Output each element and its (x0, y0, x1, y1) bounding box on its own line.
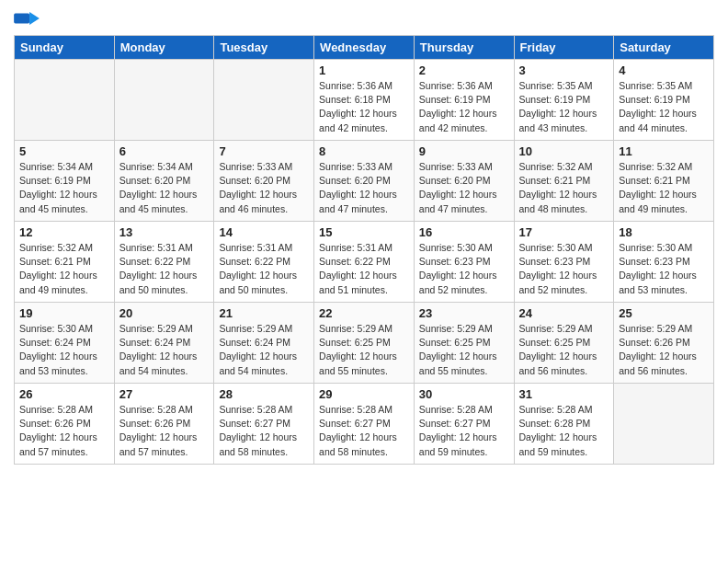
calendar-cell: 23Sunrise: 5:29 AM Sunset: 6:25 PM Dayli… (414, 303, 514, 384)
day-number: 23 (419, 306, 509, 320)
day-info: Sunrise: 5:28 AM Sunset: 6:27 PM Dayligh… (319, 403, 409, 459)
calendar-week-row: 26Sunrise: 5:28 AM Sunset: 6:26 PM Dayli… (15, 384, 714, 465)
day-number: 11 (619, 144, 709, 158)
logo-icon (14, 9, 40, 28)
day-number: 8 (319, 144, 409, 158)
day-info: Sunrise: 5:28 AM Sunset: 6:27 PM Dayligh… (419, 403, 509, 459)
day-number: 9 (419, 144, 509, 158)
calendar-cell: 15Sunrise: 5:31 AM Sunset: 6:22 PM Dayli… (314, 222, 415, 303)
day-number: 21 (219, 306, 309, 320)
calendar-cell: 1Sunrise: 5:36 AM Sunset: 6:18 PM Daylig… (314, 60, 415, 141)
calendar-cell: 18Sunrise: 5:30 AM Sunset: 6:23 PM Dayli… (614, 222, 714, 303)
day-info: Sunrise: 5:33 AM Sunset: 6:20 PM Dayligh… (419, 160, 509, 216)
day-number: 27 (119, 387, 210, 401)
day-number: 15 (319, 225, 409, 239)
calendar-cell: 25Sunrise: 5:29 AM Sunset: 6:26 PM Dayli… (614, 303, 714, 384)
day-number: 14 (219, 225, 309, 239)
calendar-week-row: 19Sunrise: 5:30 AM Sunset: 6:24 PM Dayli… (15, 303, 714, 384)
calendar-cell: 8Sunrise: 5:33 AM Sunset: 6:20 PM Daylig… (314, 141, 415, 222)
day-number: 17 (519, 225, 609, 239)
day-info: Sunrise: 5:36 AM Sunset: 6:18 PM Dayligh… (319, 79, 409, 135)
day-info: Sunrise: 5:29 AM Sunset: 6:25 PM Dayligh… (519, 322, 609, 378)
day-info: Sunrise: 5:29 AM Sunset: 6:24 PM Dayligh… (219, 322, 309, 378)
calendar-cell: 21Sunrise: 5:29 AM Sunset: 6:24 PM Dayli… (214, 303, 314, 384)
day-info: Sunrise: 5:29 AM Sunset: 6:26 PM Dayligh… (619, 322, 709, 378)
calendar-cell: 13Sunrise: 5:31 AM Sunset: 6:22 PM Dayli… (114, 222, 214, 303)
calendar-cell: 30Sunrise: 5:28 AM Sunset: 6:27 PM Dayli… (414, 384, 514, 465)
calendar-cell: 22Sunrise: 5:29 AM Sunset: 6:25 PM Dayli… (314, 303, 415, 384)
dow-header: Saturday (614, 36, 714, 60)
calendar-cell: 2Sunrise: 5:36 AM Sunset: 6:19 PM Daylig… (414, 60, 514, 141)
dow-header: Monday (114, 36, 214, 60)
calendar-table: SundayMondayTuesdayWednesdayThursdayFrid… (14, 35, 714, 465)
day-info: Sunrise: 5:34 AM Sunset: 6:20 PM Dayligh… (119, 160, 210, 216)
day-number: 5 (19, 144, 109, 158)
day-info: Sunrise: 5:29 AM Sunset: 6:25 PM Dayligh… (319, 322, 409, 378)
calendar-cell (114, 60, 214, 141)
day-number: 7 (219, 144, 309, 158)
day-info: Sunrise: 5:31 AM Sunset: 6:22 PM Dayligh… (319, 241, 409, 297)
day-number: 30 (419, 387, 509, 401)
day-info: Sunrise: 5:28 AM Sunset: 6:26 PM Dayligh… (19, 403, 109, 459)
calendar-body: 1Sunrise: 5:36 AM Sunset: 6:18 PM Daylig… (15, 60, 714, 465)
day-number: 10 (519, 144, 609, 158)
day-info: Sunrise: 5:32 AM Sunset: 6:21 PM Dayligh… (519, 160, 609, 216)
calendar-cell: 4Sunrise: 5:35 AM Sunset: 6:19 PM Daylig… (614, 60, 714, 141)
dow-header: Tuesday (214, 36, 314, 60)
day-number: 16 (419, 225, 509, 239)
day-number: 4 (619, 63, 709, 77)
day-info: Sunrise: 5:32 AM Sunset: 6:21 PM Dayligh… (19, 241, 109, 297)
day-number: 12 (19, 225, 109, 239)
day-number: 2 (419, 63, 509, 77)
calendar-cell: 27Sunrise: 5:28 AM Sunset: 6:26 PM Dayli… (114, 384, 214, 465)
day-number: 20 (119, 306, 210, 320)
day-number: 6 (119, 144, 210, 158)
day-info: Sunrise: 5:28 AM Sunset: 6:27 PM Dayligh… (219, 403, 309, 459)
days-of-week-row: SundayMondayTuesdayWednesdayThursdayFrid… (15, 36, 714, 60)
day-info: Sunrise: 5:30 AM Sunset: 6:23 PM Dayligh… (519, 241, 609, 297)
day-info: Sunrise: 5:35 AM Sunset: 6:19 PM Dayligh… (519, 79, 609, 135)
calendar-cell: 16Sunrise: 5:30 AM Sunset: 6:23 PM Dayli… (414, 222, 514, 303)
calendar-cell: 20Sunrise: 5:29 AM Sunset: 6:24 PM Dayli… (114, 303, 214, 384)
logo (14, 9, 43, 28)
day-info: Sunrise: 5:30 AM Sunset: 6:23 PM Dayligh… (419, 241, 509, 297)
day-number: 13 (119, 225, 210, 239)
day-info: Sunrise: 5:31 AM Sunset: 6:22 PM Dayligh… (119, 241, 210, 297)
svg-rect-0 (14, 14, 29, 24)
day-info: Sunrise: 5:28 AM Sunset: 6:26 PM Dayligh… (119, 403, 210, 459)
day-info: Sunrise: 5:36 AM Sunset: 6:19 PM Dayligh… (419, 79, 509, 135)
day-info: Sunrise: 5:32 AM Sunset: 6:21 PM Dayligh… (619, 160, 709, 216)
day-number: 18 (619, 225, 709, 239)
dow-header: Wednesday (314, 36, 415, 60)
day-info: Sunrise: 5:34 AM Sunset: 6:19 PM Dayligh… (19, 160, 109, 216)
calendar-cell: 24Sunrise: 5:29 AM Sunset: 6:25 PM Dayli… (514, 303, 614, 384)
calendar-cell: 28Sunrise: 5:28 AM Sunset: 6:27 PM Dayli… (214, 384, 314, 465)
day-number: 3 (519, 63, 609, 77)
day-info: Sunrise: 5:33 AM Sunset: 6:20 PM Dayligh… (219, 160, 309, 216)
day-number: 1 (319, 63, 409, 77)
calendar-cell (614, 384, 714, 465)
day-info: Sunrise: 5:31 AM Sunset: 6:22 PM Dayligh… (219, 241, 309, 297)
calendar-cell (15, 60, 115, 141)
day-info: Sunrise: 5:33 AM Sunset: 6:20 PM Dayligh… (319, 160, 409, 216)
calendar-cell: 7Sunrise: 5:33 AM Sunset: 6:20 PM Daylig… (214, 141, 314, 222)
calendar-cell: 26Sunrise: 5:28 AM Sunset: 6:26 PM Dayli… (15, 384, 115, 465)
day-number: 26 (19, 387, 109, 401)
calendar-cell: 19Sunrise: 5:30 AM Sunset: 6:24 PM Dayli… (15, 303, 115, 384)
day-number: 22 (319, 306, 409, 320)
calendar-cell: 14Sunrise: 5:31 AM Sunset: 6:22 PM Dayli… (214, 222, 314, 303)
calendar-cell: 31Sunrise: 5:28 AM Sunset: 6:28 PM Dayli… (514, 384, 614, 465)
dow-header: Thursday (414, 36, 514, 60)
calendar-cell: 29Sunrise: 5:28 AM Sunset: 6:27 PM Dayli… (314, 384, 415, 465)
day-number: 28 (219, 387, 309, 401)
dow-header: Sunday (15, 36, 115, 60)
day-number: 25 (619, 306, 709, 320)
calendar-cell: 11Sunrise: 5:32 AM Sunset: 6:21 PM Dayli… (614, 141, 714, 222)
svg-marker-1 (29, 12, 40, 25)
day-info: Sunrise: 5:30 AM Sunset: 6:24 PM Dayligh… (19, 322, 109, 378)
day-info: Sunrise: 5:29 AM Sunset: 6:24 PM Dayligh… (119, 322, 210, 378)
calendar-week-row: 5Sunrise: 5:34 AM Sunset: 6:19 PM Daylig… (15, 141, 714, 222)
day-info: Sunrise: 5:28 AM Sunset: 6:28 PM Dayligh… (519, 403, 609, 459)
calendar-cell: 5Sunrise: 5:34 AM Sunset: 6:19 PM Daylig… (15, 141, 115, 222)
calendar-cell: 9Sunrise: 5:33 AM Sunset: 6:20 PM Daylig… (414, 141, 514, 222)
